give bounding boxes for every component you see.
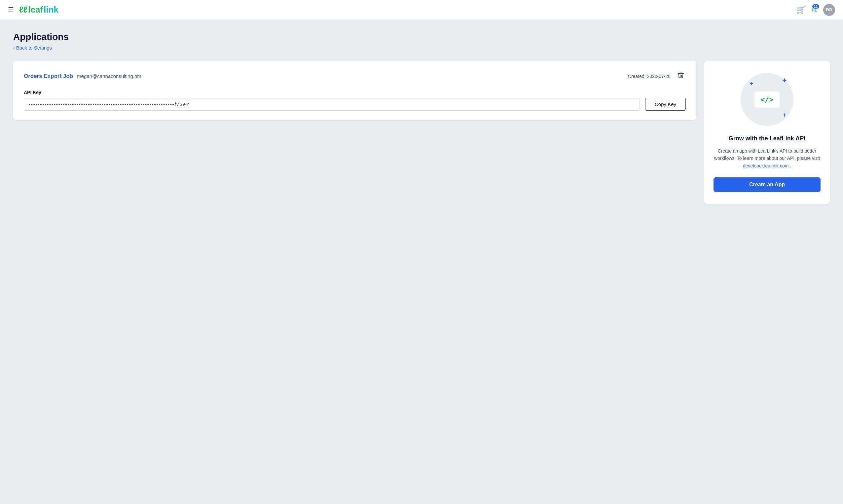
created-label: Created: 2020-07-28 (628, 74, 670, 79)
navbar-left: ☰ ℓℓleaflink (8, 5, 58, 15)
logo-link-text: link (43, 5, 58, 15)
page-title: Applications (13, 32, 830, 42)
main-layout: Orders Export Job megan@cannaconsulting.… (13, 61, 830, 204)
developer-link[interactable]: developer.leaflink.com (743, 163, 789, 168)
grow-description: Create an app with LeafLink's API to bui… (714, 147, 821, 169)
code-tag: </> (760, 95, 774, 104)
create-app-button[interactable]: Create an App (714, 177, 821, 192)
app-card-header-right: Created: 2020-07-28 (628, 70, 686, 82)
hamburger-icon[interactable]: ☰ (8, 6, 14, 14)
logo[interactable]: ℓℓleaflink (19, 5, 58, 15)
back-to-settings-link[interactable]: ‹ Back to Settings (13, 45, 830, 51)
chevron-left-icon: ‹ (13, 45, 15, 51)
app-email: megan@cannaconsulting.om (77, 73, 141, 79)
notification-badge: 11 (812, 4, 819, 8)
cart-icon[interactable]: 🛒 (796, 6, 805, 14)
api-key-row: Copy Key (24, 98, 686, 111)
app-card-header: Orders Export Job megan@cannaconsulting.… (24, 70, 686, 82)
grow-desc-text-2: . (790, 163, 791, 168)
decoration-plus-br: + (783, 112, 786, 119)
api-key-input[interactable] (24, 98, 640, 111)
api-key-section: API Key Copy Key (24, 90, 686, 111)
copy-key-button[interactable]: Copy Key (645, 98, 686, 111)
notification-wrapper[interactable]: ℓℓ 11 (812, 6, 817, 14)
logo-leaf-text: leaf (28, 5, 43, 15)
decoration-plus-tl: + (750, 80, 753, 87)
navbar: ☰ ℓℓleaflink 🛒 ℓℓ 11 BB (0, 0, 843, 20)
grow-title: Grow with the LeafLink API (714, 135, 821, 142)
logo-ll: ℓℓ (19, 5, 28, 15)
api-illustration: + ✦ + </> (741, 73, 793, 126)
app-card-header-left: Orders Export Job megan@cannaconsulting.… (24, 73, 141, 79)
delete-button[interactable] (676, 70, 686, 82)
api-key-label: API Key (24, 90, 686, 95)
app-card: Orders Export Job megan@cannaconsulting.… (13, 61, 696, 120)
avatar[interactable]: BB (823, 4, 835, 16)
decoration-star-tr: ✦ (782, 77, 787, 84)
trash-icon (677, 72, 684, 79)
code-box: </> (754, 91, 780, 108)
app-name: Orders Export Job (24, 73, 73, 79)
navbar-right: 🛒 ℓℓ 11 BB (796, 4, 835, 16)
grow-desc-text-1: Create an app with LeafLink's API to bui… (714, 148, 820, 161)
page-content: Applications ‹ Back to Settings Orders E… (0, 20, 843, 216)
back-link-label: Back to Settings (16, 45, 52, 51)
right-panel: + ✦ + </> Grow with the LeafLink API Cre… (704, 61, 830, 204)
